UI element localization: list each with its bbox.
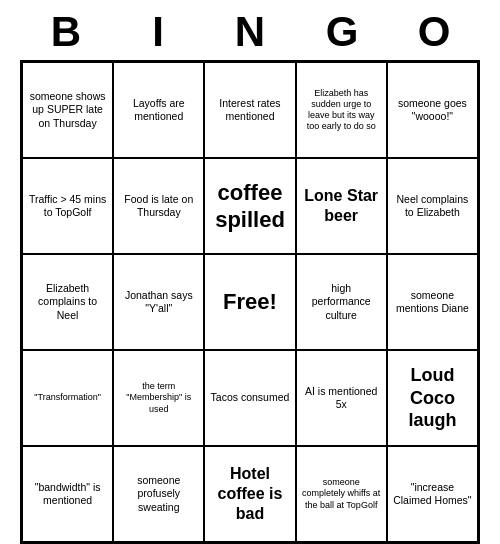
- title-g: G: [312, 8, 372, 56]
- title-n: N: [220, 8, 280, 56]
- cell-17: Tacos consumed: [204, 350, 295, 446]
- cell-18: AI is mentioned 5x: [296, 350, 387, 446]
- cell-19: Loud Coco laugh: [387, 350, 478, 446]
- cell-4: someone goes "woooo!": [387, 62, 478, 158]
- cell-7: coffee spilled: [204, 158, 295, 254]
- cell-8: Lone Star beer: [296, 158, 387, 254]
- cell-14: someone mentions Diane: [387, 254, 478, 350]
- cell-20: "bandwidth" is mentioned: [22, 446, 113, 542]
- cell-5: Traffic > 45 mins to TopGolf: [22, 158, 113, 254]
- cell-16: the term "Membership" is used: [113, 350, 204, 446]
- title-o: O: [404, 8, 464, 56]
- cell-13: high performance culture: [296, 254, 387, 350]
- cell-10: Elizabeth complains to Neel: [22, 254, 113, 350]
- cell-0: someone shows up SUPER late on Thursday: [22, 62, 113, 158]
- cell-11: Jonathan says "Y'all": [113, 254, 204, 350]
- cell-15: "Transformation": [22, 350, 113, 446]
- cell-22: Hotel coffee is bad: [204, 446, 295, 542]
- cell-2: Interest rates mentioned: [204, 62, 295, 158]
- title-i: I: [128, 8, 188, 56]
- cell-9: Neel complains to Elizabeth: [387, 158, 478, 254]
- cell-1: Layoffs are mentioned: [113, 62, 204, 158]
- bingo-title: B I N G O: [20, 0, 480, 60]
- cell-6: Food is late on Thursday: [113, 158, 204, 254]
- cell-3: Elizabeth has sudden urge to leave but i…: [296, 62, 387, 158]
- cell-23: someone completely whiffs at the ball at…: [296, 446, 387, 542]
- cell-24: "increase Claimed Homes": [387, 446, 478, 542]
- cell-12: Free!: [204, 254, 295, 350]
- bingo-grid: someone shows up SUPER late on ThursdayL…: [20, 60, 480, 544]
- title-b: B: [36, 8, 96, 56]
- cell-21: someone profusely sweating: [113, 446, 204, 542]
